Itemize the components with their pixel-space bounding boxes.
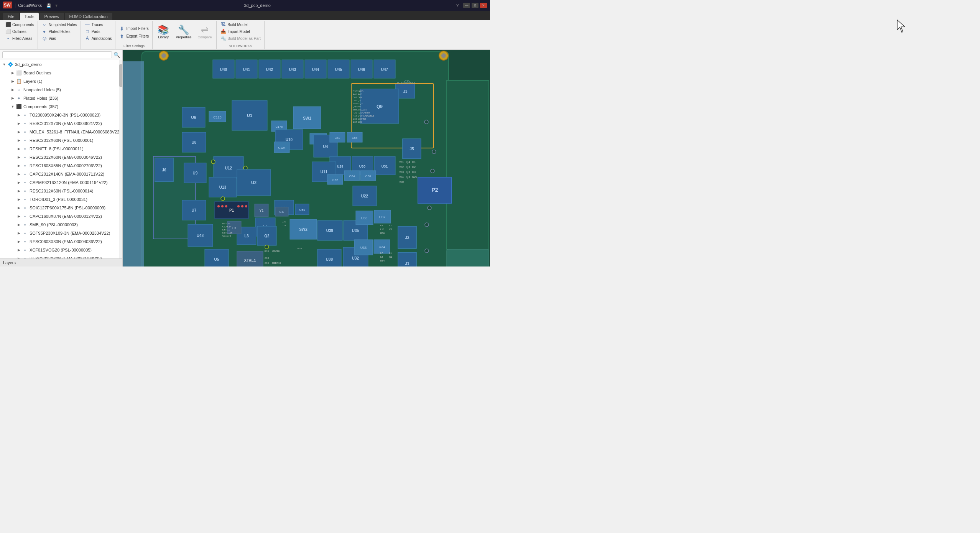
expand-c15[interactable]: ▶ <box>16 231 21 235</box>
restore-button[interactable]: ⧉ <box>472 3 478 8</box>
expand-c13[interactable]: ▶ <box>16 214 21 218</box>
ribbon-item-traces[interactable]: — Traces <box>83 21 113 28</box>
svg-text:Q3 R49: Q3 R49 <box>353 105 361 108</box>
tree-item-plated-holes[interactable]: ▶ ● Plated Holes (236) <box>7 94 122 102</box>
expand-c1[interactable]: ▶ <box>16 113 21 117</box>
expand-components[interactable]: ▼ <box>10 105 15 109</box>
tree-item-components[interactable]: ▼ ⬛ Components (357) <box>7 102 122 111</box>
tree-item-board-outlines[interactable]: ▶ ⬜ Board Outlines <box>7 69 122 77</box>
expand-root[interactable]: ▼ <box>2 63 7 66</box>
help-icon[interactable]: ? <box>456 3 459 8</box>
svg-rect-5 <box>447 81 489 249</box>
ribbon-item-build-model-as-part[interactable]: 🔩 Build Model as Part <box>219 35 262 41</box>
expand-c6[interactable]: ▶ <box>16 155 21 159</box>
ribbon-item-compare[interactable]: ⇌ Compare <box>195 24 214 40</box>
expand-c5[interactable]: ▶ <box>16 147 21 151</box>
expand-c9[interactable]: ▶ <box>16 181 21 184</box>
tab-edmd[interactable]: EDMD Collaboration <box>65 13 112 20</box>
tree-item-comp-18[interactable]: ▶ ▪ RESC2012X60N (EMA-00002799V22) <box>13 254 122 258</box>
ribbon-item-export-filters[interactable]: ⬆ Export Filters <box>118 33 150 40</box>
comp12-label: SOIC127P600X175-8N (PSL-00000009) <box>30 206 105 210</box>
tree-item-layers[interactable]: ▶ 📋 Layers (1) <box>7 77 122 86</box>
ribbon-item-nonplated-holes[interactable]: ○ Nonplated Holes <box>40 21 78 28</box>
expand-c16[interactable]: ▶ <box>16 240 21 243</box>
ribbon-item-outlines[interactable]: ⬜ Outlines <box>4 28 35 35</box>
svg-text:U34: U34 <box>379 245 385 249</box>
expand-c3[interactable]: ▶ <box>16 130 21 134</box>
svg-text:D2: D2 <box>412 166 416 168</box>
tree-item-comp-10[interactable]: ▶ ▪ RESC2012X60N (PSL-00000014) <box>13 187 122 195</box>
expand-board-outlines[interactable]: ▶ <box>10 71 15 75</box>
expand-c12[interactable]: ▶ <box>16 206 21 210</box>
svg-text:R32: R32 <box>399 166 404 168</box>
expand-plated[interactable]: ▶ <box>10 96 15 100</box>
build-part-label: Build Model as Part <box>227 36 261 41</box>
toolbar-icon-options[interactable]: ▼ <box>54 3 58 8</box>
nonplated-icon: ○ <box>15 86 22 93</box>
expand-c18[interactable]: ▶ <box>16 257 21 258</box>
ribbon-item-import-filters[interactable]: ⬇ Import Filters <box>118 25 150 32</box>
expand-c10[interactable]: ▶ <box>16 189 21 193</box>
comp1-label: TO2300950X240-3N (PSL-00000023) <box>30 113 100 117</box>
ribbon-item-annotations[interactable]: A Annotations <box>83 35 113 41</box>
tree-item-comp-1[interactable]: ▶ ▪ TO2300950X240-3N (PSL-00000023) <box>13 111 122 119</box>
tree-item-nonplated-holes[interactable]: ▶ ○ Nonplated Holes (5) <box>7 86 122 94</box>
ribbon-item-properties[interactable]: 🔧 Properties <box>173 24 194 40</box>
tree-item-comp-15[interactable]: ▶ ▪ SOT95P230X109-3N (EMA-00002334V22) <box>13 229 122 237</box>
ribbon-group-filter-io: ⬇ Import Filters ⬆ Export Filters Filter… <box>115 21 153 49</box>
tree-item-comp-8[interactable]: ▶ ▪ CAPC2012X140N (EMA-00001711V22) <box>13 170 122 178</box>
tree-item-comp-11[interactable]: ▶ ▪ TOROID01_3 (PSL-00000031) <box>13 195 122 204</box>
svg-point-120 <box>221 205 224 207</box>
search-input[interactable] <box>2 51 112 58</box>
tab-preview[interactable]: Preview <box>39 13 64 20</box>
export-filters-icon: ⬆ <box>119 33 125 39</box>
tree-item-comp-16[interactable]: ▶ ▪ RESC0603X30N (EMA-00004036V22) <box>13 237 122 246</box>
ribbon-item-components[interactable]: ⬛ Components <box>4 21 35 28</box>
ribbon-item-filled-areas[interactable]: ▪ Filled Areas <box>4 35 35 41</box>
tree-item-comp-9[interactable]: ▶ ▪ CAPMP3216X120N (EMA-00001194V22) <box>13 178 122 187</box>
expand-layers[interactable]: ▶ <box>10 79 15 83</box>
expand-nonplated[interactable]: ▶ <box>10 88 15 92</box>
ribbon-item-library[interactable]: 📚 Library <box>155 24 172 40</box>
ribbon-item-plated-holes[interactable]: ● Plated Holes <box>40 28 78 35</box>
tree-item-comp-7[interactable]: ▶ ▪ RESC1608X55N (EMA-00002706V22) <box>13 161 122 170</box>
tree-item-comp-6[interactable]: ▶ ▪ RESC2012X60N (EMA-00003046V22) <box>13 153 122 161</box>
ribbon-item-build-model[interactable]: 🏗 Build Model <box>219 21 262 28</box>
search-button[interactable]: 🔍 <box>113 52 120 58</box>
tree-item-comp-17[interactable]: ▶ ▪ XCF01SVOG20 (PSL-00000005) <box>13 246 122 254</box>
tree-item-comp-3[interactable]: ▶ ▪ MOLEX_53261-8_FITNAIL (EMA-00006083V… <box>13 128 122 136</box>
ribbon-item-pads[interactable]: □ Pads <box>83 28 113 35</box>
tree-item-comp-2[interactable]: ▶ ▪ RESC2012X70N (EMA-00003821V22) <box>13 119 122 128</box>
toolbar-icon-save[interactable]: 💾 <box>46 3 51 8</box>
root-children: ▶ ⬜ Board Outlines ▶ 📋 Layers (1) ▶ ○ No… <box>0 69 122 258</box>
tab-tools[interactable]: Tools <box>20 13 39 20</box>
svg-text:U6: U6 <box>191 115 196 120</box>
tree-item-comp-13[interactable]: ▶ ▪ CAPC1608X87N (EMA-00000124V22) <box>13 212 122 220</box>
board-outlines-icon: ⬜ <box>15 69 22 76</box>
ribbon-item-import-model[interactable]: 📥 Import Model <box>219 28 262 35</box>
minimize-button[interactable]: — <box>463 3 470 8</box>
expand-c7[interactable]: ▶ <box>16 164 21 168</box>
close-button[interactable]: ✕ <box>480 3 487 8</box>
expand-c17[interactable]: ▶ <box>16 248 21 252</box>
title-bar: SW | CircuitWorks 💾 ▼ 3d_pcb_demo ? — ⧉ … <box>0 0 490 11</box>
svg-text:SW: SW <box>4 3 11 7</box>
expand-c11[interactable]: ▶ <box>16 197 21 201</box>
expand-c14[interactable]: ▶ <box>16 223 21 227</box>
tree-item-comp-12[interactable]: ▶ ▪ SOIC127P600X175-8N (PSL-00000009) <box>13 204 122 212</box>
pcb-canvas[interactable]: U40 U41 U42 U43 U44 U45 U46 U47 J3 C70 <box>123 50 490 266</box>
tab-file[interactable]: File <box>3 13 19 20</box>
layers-status-text: Layers <box>3 260 16 265</box>
title-bar-left: SW | CircuitWorks 💾 ▼ <box>3 2 58 9</box>
tree-item-comp-5[interactable]: ▶ ▪ RESNET_8 (PSL-00000011) <box>13 145 122 153</box>
expand-c2[interactable]: ▶ <box>16 122 21 125</box>
tree-item-comp-4[interactable]: ▶ ▪ RESC2012X60N (PSL-00000001) <box>13 136 122 145</box>
svg-text:U7: U7 <box>192 208 197 212</box>
expand-c4[interactable]: ▶ <box>16 138 21 142</box>
scrollbar-track[interactable] <box>119 60 122 258</box>
tree-item-root[interactable]: ▼ 💠 3d_pcb_demo <box>0 60 122 69</box>
expand-c8[interactable]: ▶ <box>16 172 21 176</box>
scrollbar-thumb[interactable] <box>119 64 122 87</box>
ribbon-item-vias[interactable]: ◎ Vias <box>40 35 78 41</box>
tree-item-comp-14[interactable]: ▶ ▪ SMB_90 (PSL-00000003) <box>13 220 122 229</box>
